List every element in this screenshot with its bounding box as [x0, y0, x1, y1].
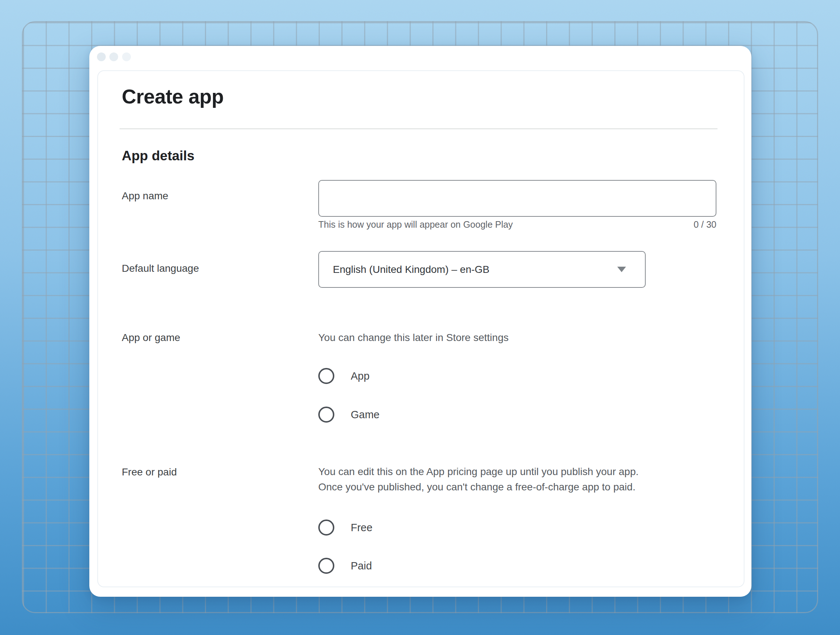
- app-name-helper-row: This is how your app will appear on Goog…: [318, 219, 717, 230]
- window-control-close-icon[interactable]: [97, 52, 106, 61]
- radio-option-free[interactable]: Free: [318, 520, 373, 536]
- radio-circle-icon: [318, 520, 334, 536]
- free-or-paid-description-line2: Once you've published, you can't change …: [318, 481, 635, 493]
- radio-circle-icon: [318, 368, 334, 384]
- radio-option-free-label: Free: [351, 522, 373, 534]
- free-or-paid-description-line1: You can edit this on the App pricing pag…: [318, 466, 639, 478]
- radio-option-app-label: App: [351, 370, 370, 382]
- app-name-input[interactable]: [318, 180, 717, 217]
- app-name-char-counter: 0 / 30: [693, 219, 717, 230]
- app-name-helper-text: This is how your app will appear on Goog…: [318, 219, 513, 230]
- app-or-game-description: You can change this later in Store setti…: [318, 331, 508, 344]
- radio-option-paid[interactable]: Paid: [318, 558, 372, 574]
- radio-circle-icon: [318, 558, 334, 574]
- radio-option-app[interactable]: App: [318, 368, 370, 384]
- window-control-minimize-icon[interactable]: [109, 52, 118, 61]
- default-language-label: Default language: [122, 262, 199, 275]
- title-divider: [120, 128, 717, 129]
- section-title: App details: [122, 148, 194, 164]
- page-title: Create app: [122, 84, 224, 109]
- radio-option-game[interactable]: Game: [318, 407, 379, 422]
- radio-circle-icon: [318, 407, 334, 422]
- window-control-zoom-icon[interactable]: [122, 52, 131, 61]
- create-app-window: Create app App details App name This is …: [89, 46, 752, 597]
- app-or-game-label: App or game: [122, 331, 180, 344]
- dropdown-caret-icon: [617, 267, 626, 272]
- radio-option-game-label: Game: [351, 409, 379, 421]
- app-name-label: App name: [122, 190, 169, 202]
- radio-option-paid-label: Paid: [351, 560, 372, 572]
- default-language-value: English (United Kingdom) – en-GB: [333, 264, 489, 276]
- free-or-paid-label: Free or paid: [122, 466, 177, 478]
- default-language-select[interactable]: English (United Kingdom) – en-GB: [318, 251, 646, 288]
